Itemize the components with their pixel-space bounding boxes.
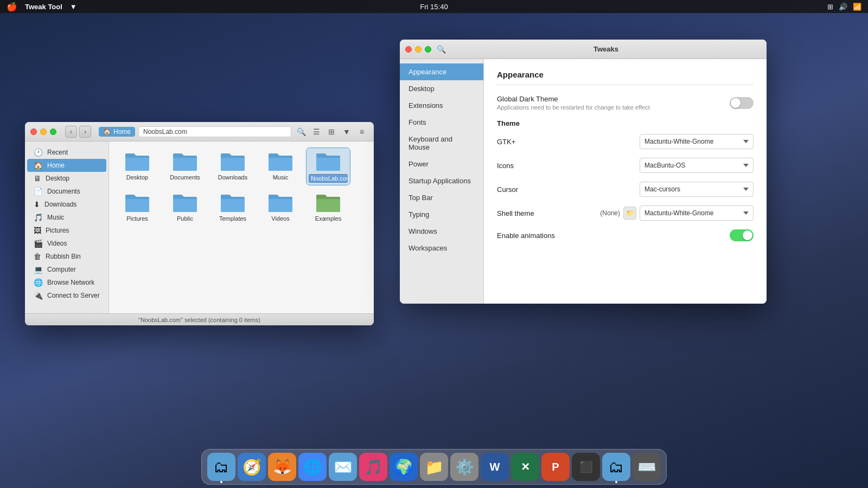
dock-icon-browser2[interactable]: 🌍 — [390, 453, 418, 481]
menu-button[interactable]: ≡ — [355, 125, 368, 138]
file-item-documents[interactable]: Documents — [163, 148, 207, 185]
file-item-noobslab[interactable]: NoobsLab.com — [307, 148, 350, 185]
app-name[interactable]: Tweak Tool — [25, 3, 62, 11]
sidebar-label-browse-network: Browse Network — [47, 279, 94, 286]
global-dark-theme-row: Global Dark Theme Applications need to b… — [497, 95, 754, 111]
location-text[interactable]: NoobsLab.com — [138, 126, 291, 137]
dock-icon-chrome[interactable]: 🌐 — [298, 453, 327, 481]
tweaks-nav-startup[interactable]: Startup Applications — [400, 172, 483, 189]
file-manager-statusbar: "NoobsLab.com" selected (containing 0 it… — [25, 313, 374, 325]
icons-select[interactable]: MacBuntu-OS — [640, 158, 754, 173]
cursor-select[interactable]: Mac-cursors — [640, 182, 754, 197]
dock-icon-safari[interactable]: 🧭 — [238, 453, 266, 481]
file-item-public[interactable]: Public — [163, 189, 207, 224]
tweaks-sidebar: Appearance Desktop Extensions Fonts Keyb… — [400, 59, 484, 304]
tweaks-nav-desktop[interactable]: Desktop — [400, 80, 483, 97]
menubar-icon-screen: ⊞ — [827, 3, 833, 11]
dock-icon-files[interactable]: 📁 — [420, 453, 448, 481]
tweaks-window: 🔍 Tweaks Appearance Desktop Extensions F… — [400, 40, 767, 304]
folder-icon-music — [267, 150, 293, 172]
sidebar-label-connect-server: Connect to Server — [47, 292, 100, 299]
sidebar-item-music[interactable]: 🎵 Music — [27, 211, 106, 224]
forward-button[interactable]: › — [79, 126, 91, 138]
tweaks-nav-windows[interactable]: Windows — [400, 223, 483, 240]
sidebar-item-desktop[interactable]: 🖥 Desktop — [27, 172, 106, 185]
window-minimize-button[interactable] — [40, 129, 47, 135]
theme-section-header: Theme — [497, 119, 754, 127]
mail-icon: ✉️ — [334, 458, 353, 476]
apple-menu[interactable]: 🍎 — [7, 2, 17, 12]
list-view-button[interactable]: ☰ — [310, 125, 323, 138]
shell-theme-label: Shell theme — [497, 209, 534, 217]
view-options-button[interactable]: ▼ — [340, 125, 353, 138]
tweaks-nav-top-bar[interactable]: Top Bar — [400, 189, 483, 206]
file-item-downloads[interactable]: Downloads — [211, 148, 254, 185]
file-label-noobslab[interactable]: NoobsLab.com — [309, 174, 348, 183]
dock-icon-mail[interactable]: ✉️ — [329, 453, 357, 481]
sidebar-item-pictures[interactable]: 🖼 Pictures — [27, 224, 106, 237]
menubar-icon-volume[interactable]: 🔊 — [839, 3, 847, 11]
menubar-icon-wifi[interactable]: 📶 — [853, 3, 861, 11]
sidebar-item-connect-server[interactable]: 🔌 Connect to Server — [27, 289, 106, 302]
folder-icon-downloads — [220, 150, 246, 172]
sidebar-item-rubbish[interactable]: 🗑 Rubbish Bin — [27, 250, 106, 263]
back-button[interactable]: ‹ — [65, 126, 77, 138]
tweaks-nav-keyboard-mouse[interactable]: Keyboard and Mouse — [400, 131, 483, 156]
tweaks-nav-appearance[interactable]: Appearance — [400, 63, 483, 80]
sidebar-item-recent[interactable]: 🕐 Recent — [27, 146, 106, 159]
tweaks-nav-fonts[interactable]: Fonts — [400, 114, 483, 131]
dock-icon-settings[interactable]: ⚙️ — [450, 453, 478, 481]
file-item-examples[interactable]: Examples — [307, 189, 350, 224]
browser2-icon: 🌍 — [394, 458, 413, 476]
keyboard-icon: ⌨️ — [637, 458, 656, 476]
file-item-templates[interactable]: Templates — [211, 189, 254, 224]
grid-view-button[interactable]: ⊞ — [325, 125, 338, 138]
tweaks-nav-workspaces[interactable]: Workspaces — [400, 240, 483, 256]
computer-sidebar-icon: 💻 — [34, 265, 43, 274]
folder-icon-noobslab — [315, 150, 341, 172]
file-item-music[interactable]: Music — [259, 148, 302, 185]
sidebar-item-computer[interactable]: 💻 Computer — [27, 263, 106, 276]
dock-icon-terminal[interactable]: ⬛ — [572, 453, 600, 481]
tweaks-nav-typing[interactable]: Typing — [400, 206, 483, 223]
animations-toggle[interactable] — [730, 229, 754, 241]
dock-icon-finder[interactable]: 🗂 — [207, 453, 235, 481]
search-button[interactable]: 🔍 — [295, 125, 308, 138]
firefox-icon: 🦊 — [273, 458, 292, 476]
tweaks-search-button[interactable]: 🔍 — [435, 43, 448, 56]
sidebar-item-downloads[interactable]: ⬇ Downloads — [27, 198, 106, 211]
tweaks-nav-extensions[interactable]: Extensions — [400, 97, 483, 114]
shell-theme-icon-btn[interactable]: 📁 — [623, 207, 636, 220]
global-dark-theme-toggle[interactable] — [730, 97, 754, 109]
home-badge: 🏠 Home — [99, 127, 135, 137]
dock-icon-itunes[interactable]: 🎵 — [359, 453, 387, 481]
sidebar-label-rubbish: Rubbish Bin — [46, 253, 81, 260]
tweaks-close-button[interactable] — [405, 46, 412, 53]
global-dark-theme-label: Global Dark Theme — [497, 95, 650, 103]
file-item-pictures[interactable]: Pictures — [116, 189, 159, 224]
dock-icon-firefox[interactable]: 🦊 — [268, 453, 296, 481]
global-dark-theme-label-group: Global Dark Theme Applications need to b… — [497, 95, 650, 111]
window-close-button[interactable] — [30, 129, 37, 135]
menu-dropdown-icon[interactable]: ▼ — [70, 3, 77, 11]
dock-icon-excel[interactable]: ✕ — [511, 453, 539, 481]
file-item-desktop[interactable]: Desktop — [116, 148, 159, 185]
dock-icon-powerpoint[interactable]: P — [541, 453, 570, 481]
location-bar: 🏠 Home NoobsLab.com — [99, 126, 291, 137]
tweaks-maximize-button[interactable] — [425, 46, 431, 53]
dock-icon-finder2[interactable]: 🗂 — [602, 453, 630, 481]
window-maximize-button[interactable] — [50, 129, 56, 135]
sidebar-item-home[interactable]: 🏠 Home — [27, 159, 106, 172]
file-manager-sidebar: 🕐 Recent 🏠 Home 🖥 Desktop 📄 Documents ⬇ … — [25, 142, 109, 313]
sidebar-item-documents[interactable]: 📄 Documents — [27, 185, 106, 198]
gtk-select[interactable]: Mactuntu-White-Gnome — [640, 134, 754, 149]
dock-icon-word[interactable]: W — [481, 453, 509, 481]
sidebar-item-videos[interactable]: 🎬 Videos — [27, 237, 106, 250]
sidebar-item-browse-network[interactable]: 🌐 Browse Network — [27, 276, 106, 289]
dock-icon-keyboard[interactable]: ⌨️ — [633, 453, 661, 481]
tweaks-minimize-button[interactable] — [415, 46, 422, 53]
shell-theme-select[interactable]: Mactuntu-White-Gnome — [640, 206, 754, 221]
file-item-videos[interactable]: Videos — [259, 189, 302, 224]
tweaks-nav-power[interactable]: Power — [400, 156, 483, 172]
file-label-music: Music — [273, 174, 289, 181]
